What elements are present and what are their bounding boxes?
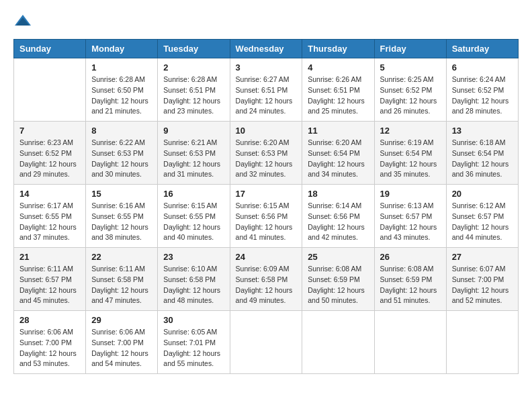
calendar-cell: 16Sunrise: 6:15 AMSunset: 6:55 PMDayligh… [158,185,230,248]
sunset-text: Sunset: 6:58 PM [163,275,224,285]
calendar-cell: 1Sunrise: 6:28 AMSunset: 6:50 PMDaylight… [86,58,158,122]
sunrise-text: Sunrise: 6:10 AM [163,264,224,275]
sunrise-text: Sunrise: 6:28 AM [163,75,224,85]
day-info: Sunrise: 6:20 AMSunset: 6:54 PMDaylight:… [308,138,368,180]
daylight-text: Daylight: 12 hours and 50 minutes. [308,285,368,307]
day-number: 9 [163,126,224,136]
day-info: Sunrise: 6:14 AMSunset: 6:56 PMDaylight:… [308,201,368,243]
sunrise-text: Sunrise: 6:06 AM [91,327,152,338]
sunrise-text: Sunrise: 6:11 AM [19,264,80,275]
day-header-tuesday: Tuesday [158,40,230,58]
calendar-cell [446,311,518,374]
daylight-text: Daylight: 12 hours and 45 minutes. [19,285,80,307]
day-number: 6 [452,62,513,73]
sunrise-text: Sunrise: 6:23 AM [19,138,80,148]
daylight-text: Daylight: 12 hours and 32 minutes. [236,159,297,181]
daylight-text: Daylight: 12 hours and 37 minutes. [19,222,80,244]
day-number: 17 [236,189,297,199]
sunrise-text: Sunrise: 6:28 AM [91,75,152,85]
day-number: 29 [91,315,152,325]
day-info: Sunrise: 6:25 AMSunset: 6:52 PMDaylight:… [380,75,441,117]
sunrise-text: Sunrise: 6:18 AM [452,138,513,148]
day-info: Sunrise: 6:26 AMSunset: 6:51 PMDaylight:… [308,75,368,117]
day-info: Sunrise: 6:17 AMSunset: 6:55 PMDaylight:… [19,201,80,243]
logo-icon [13,13,32,28]
calendar-cell: 10Sunrise: 6:20 AMSunset: 6:53 PMDayligh… [230,122,302,185]
calendar-cell: 13Sunrise: 6:18 AMSunset: 6:54 PMDayligh… [446,122,518,185]
daylight-text: Daylight: 12 hours and 30 minutes. [91,159,152,181]
calendar-table: SundayMondayTuesdayWednesdayThursdayFrid… [13,39,519,374]
sunrise-text: Sunrise: 6:21 AM [163,138,224,148]
daylight-text: Daylight: 12 hours and 26 minutes. [380,96,441,118]
sunrise-text: Sunrise: 6:07 AM [452,264,513,275]
daylight-text: Daylight: 12 hours and 35 minutes. [380,159,441,181]
sunset-text: Sunset: 6:57 PM [380,212,441,222]
day-info: Sunrise: 6:13 AMSunset: 6:57 PMDaylight:… [380,201,441,243]
week-row-2: 7Sunrise: 6:23 AMSunset: 6:52 PMDaylight… [14,122,519,185]
sunset-text: Sunset: 6:59 PM [380,275,441,285]
daylight-text: Daylight: 12 hours and 53 minutes. [19,349,80,370]
day-number: 25 [308,252,368,262]
day-number: 4 [308,62,368,73]
day-header-monday: Monday [86,40,158,58]
sunset-text: Sunset: 6:55 PM [19,212,80,222]
day-info: Sunrise: 6:10 AMSunset: 6:58 PMDaylight:… [163,264,224,306]
daylight-text: Daylight: 12 hours and 47 minutes. [91,285,152,307]
day-number: 10 [236,126,297,136]
day-info: Sunrise: 6:09 AMSunset: 6:58 PMDaylight:… [236,264,297,306]
week-row-1: 1Sunrise: 6:28 AMSunset: 6:50 PMDaylight… [14,58,519,122]
sunset-text: Sunset: 6:59 PM [308,275,368,285]
daylight-text: Daylight: 12 hours and 34 minutes. [308,159,368,181]
day-number: 26 [380,252,441,262]
sunset-text: Sunset: 6:52 PM [19,148,80,159]
calendar-cell: 11Sunrise: 6:20 AMSunset: 6:54 PMDayligh… [302,122,374,185]
sunset-text: Sunset: 6:56 PM [236,212,297,222]
daylight-text: Daylight: 12 hours and 48 minutes. [163,285,224,307]
day-info: Sunrise: 6:28 AMSunset: 6:51 PMDaylight:… [163,75,224,117]
week-row-5: 28Sunrise: 6:06 AMSunset: 7:00 PMDayligh… [14,311,519,374]
day-number: 27 [452,252,513,262]
day-info: Sunrise: 6:28 AMSunset: 6:50 PMDaylight:… [91,75,152,117]
calendar-cell [230,311,302,374]
day-info: Sunrise: 6:16 AMSunset: 6:55 PMDaylight:… [91,201,152,243]
day-info: Sunrise: 6:22 AMSunset: 6:53 PMDaylight:… [91,138,152,180]
calendar-cell: 24Sunrise: 6:09 AMSunset: 6:58 PMDayligh… [230,248,302,311]
day-header-friday: Friday [374,40,446,58]
sunset-text: Sunset: 6:52 PM [380,85,441,96]
day-number: 24 [236,252,297,262]
day-info: Sunrise: 6:08 AMSunset: 6:59 PMDaylight:… [380,264,441,306]
day-number: 5 [380,62,441,73]
header-row: SundayMondayTuesdayWednesdayThursdayFrid… [14,40,519,58]
day-info: Sunrise: 6:11 AMSunset: 6:58 PMDaylight:… [91,264,152,306]
sunset-text: Sunset: 6:55 PM [91,212,152,222]
calendar-cell: 20Sunrise: 6:12 AMSunset: 6:57 PMDayligh… [446,185,518,248]
calendar-cell: 25Sunrise: 6:08 AMSunset: 6:59 PMDayligh… [302,248,374,311]
calendar-cell: 19Sunrise: 6:13 AMSunset: 6:57 PMDayligh… [374,185,446,248]
logo [13,13,35,28]
sunrise-text: Sunrise: 6:22 AM [91,138,152,148]
day-info: Sunrise: 6:15 AMSunset: 6:56 PMDaylight:… [236,201,297,243]
sunset-text: Sunset: 6:51 PM [236,85,297,96]
day-header-sunday: Sunday [14,40,86,58]
sunrise-text: Sunrise: 6:12 AM [452,201,513,212]
calendar-cell: 17Sunrise: 6:15 AMSunset: 6:56 PMDayligh… [230,185,302,248]
day-number: 21 [19,252,80,262]
day-number: 13 [452,126,513,136]
calendar-cell: 3Sunrise: 6:27 AMSunset: 6:51 PMDaylight… [230,58,302,122]
sunrise-text: Sunrise: 6:06 AM [19,327,80,338]
day-info: Sunrise: 6:18 AMSunset: 6:54 PMDaylight:… [452,138,513,180]
day-info: Sunrise: 6:15 AMSunset: 6:55 PMDaylight:… [163,201,224,243]
sunrise-text: Sunrise: 6:15 AM [163,201,224,212]
day-header-saturday: Saturday [446,40,518,58]
calendar-cell: 27Sunrise: 6:07 AMSunset: 7:00 PMDayligh… [446,248,518,311]
day-number: 12 [380,126,441,136]
day-info: Sunrise: 6:06 AMSunset: 7:00 PMDaylight:… [91,327,152,369]
day-info: Sunrise: 6:07 AMSunset: 7:00 PMDaylight:… [452,264,513,306]
sunrise-text: Sunrise: 6:15 AM [236,201,297,212]
calendar-cell [374,311,446,374]
day-number: 14 [19,189,80,199]
daylight-text: Daylight: 12 hours and 40 minutes. [163,222,224,244]
sunrise-text: Sunrise: 6:08 AM [308,264,368,275]
calendar-cell: 15Sunrise: 6:16 AMSunset: 6:55 PMDayligh… [86,185,158,248]
sunset-text: Sunset: 6:58 PM [91,275,152,285]
